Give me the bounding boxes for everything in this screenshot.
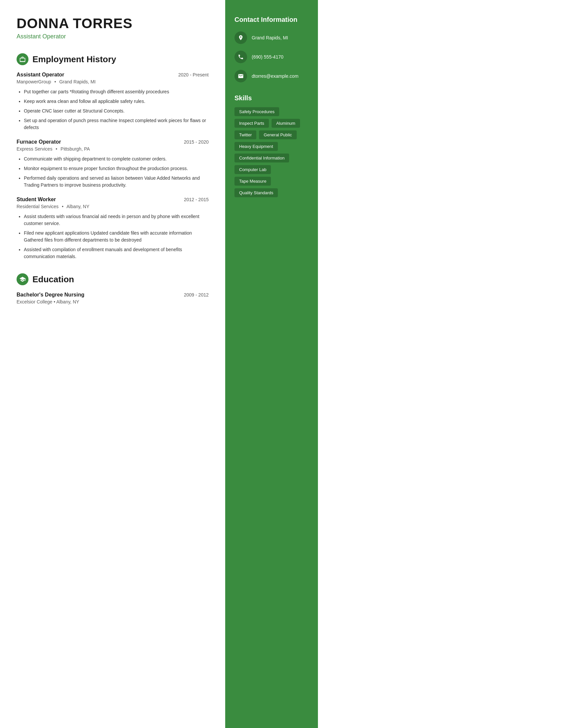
skill-tag: Twitter bbox=[234, 130, 256, 139]
job-2: Furnace Operator 2015 - 2020 Express Ser… bbox=[17, 139, 209, 189]
email-icon bbox=[238, 73, 244, 79]
skills-section-title: Skills bbox=[234, 94, 309, 102]
skill-tag: Confidential Information bbox=[234, 154, 289, 162]
job-1-bullets: Put together car parts *Rotating through… bbox=[17, 88, 209, 131]
contact-section-title: Contact Information bbox=[234, 16, 309, 23]
contact-location: Grand Rapids, MI bbox=[234, 31, 309, 44]
edu-1-dates: 2009 - 2012 bbox=[184, 292, 209, 297]
list-item: Put together car parts *Rotating through… bbox=[24, 88, 209, 95]
job-1-company: ManpowerGroup bbox=[17, 79, 51, 84]
job-1: Assistant Operator 2020 - Present Manpow… bbox=[17, 72, 209, 131]
phone-icon bbox=[238, 54, 244, 60]
education-title: Education bbox=[32, 274, 74, 285]
location-icon bbox=[238, 35, 244, 41]
job-3-dates: 2012 - 2015 bbox=[184, 197, 209, 202]
education-section: Education Bachelor's Degree Nursing 2009… bbox=[17, 273, 209, 304]
job-1-location: Grand Rapids, MI bbox=[59, 79, 96, 84]
job-3-location: Albany, NY bbox=[67, 204, 89, 209]
employment-section: Employment History Assistant Operator 20… bbox=[17, 53, 209, 260]
edu-1-school: Excelsior College bbox=[17, 299, 52, 304]
edu-1-degree: Bachelor's Degree Nursing bbox=[17, 292, 84, 298]
job-1-header: Assistant Operator 2020 - Present bbox=[17, 72, 209, 78]
list-item: Communicate with shipping department to … bbox=[24, 156, 209, 162]
job-1-title: Assistant Operator bbox=[17, 72, 64, 78]
job-3-meta: Residential Services • Albany, NY bbox=[17, 204, 209, 209]
phone-icon-wrapper bbox=[234, 51, 247, 63]
job-2-meta: Express Services • Pittsburgh, PA bbox=[17, 146, 209, 152]
job-1-meta: ManpowerGroup • Grand Rapids, MI bbox=[17, 79, 209, 84]
job-2-dates: 2015 - 2020 bbox=[184, 139, 209, 145]
skill-tag: Heavy Equipment bbox=[234, 142, 278, 151]
job-1-dates: 2020 - Present bbox=[178, 72, 209, 77]
skills-section: Skills Safety ProceduresInspect PartsAlu… bbox=[234, 94, 309, 197]
employment-icon bbox=[17, 53, 28, 65]
contact-email: dtorres@example.com bbox=[234, 70, 309, 82]
resume-header: DONNA TORRES Assistant Operator bbox=[17, 16, 209, 40]
job-2-company: Express Services bbox=[17, 146, 52, 152]
main-content: DONNA TORRES Assistant Operator Employme… bbox=[0, 0, 225, 728]
job-2-header: Furnace Operator 2015 - 2020 bbox=[17, 139, 209, 145]
job-3-company: Residential Services bbox=[17, 204, 59, 209]
list-item: Keep work area clean and follow all appl… bbox=[24, 98, 209, 105]
contact-phone-text: (690) 555-4170 bbox=[252, 54, 284, 60]
candidate-title: Assistant Operator bbox=[17, 33, 209, 40]
skill-tag: Aluminum bbox=[271, 119, 300, 128]
briefcase-icon bbox=[19, 56, 26, 63]
job-2-title: Furnace Operator bbox=[17, 139, 61, 145]
location-icon-wrapper bbox=[234, 31, 247, 44]
sidebar: Contact Information Grand Rapids, MI (69… bbox=[225, 0, 318, 728]
employment-title: Employment History bbox=[32, 54, 116, 65]
skill-tag: Quality Standards bbox=[234, 188, 278, 197]
list-item: Operate CNC laser cutter at Structural C… bbox=[24, 108, 209, 114]
skill-tag: Inspect Parts bbox=[234, 119, 269, 128]
list-item: Monitor equipment to ensure proper funct… bbox=[24, 165, 209, 172]
list-item: Assist students with various financial a… bbox=[24, 213, 209, 227]
candidate-name: DONNA TORRES bbox=[17, 16, 209, 31]
contact-section: Contact Information Grand Rapids, MI (69… bbox=[234, 16, 309, 82]
job-3-header: Student Worker 2012 - 2015 bbox=[17, 197, 209, 203]
employment-section-header: Employment History bbox=[17, 53, 209, 65]
job-2-location: Pittsburgh, PA bbox=[61, 146, 90, 152]
job-2-bullets: Communicate with shipping department to … bbox=[17, 156, 209, 189]
contact-phone: (690) 555-4170 bbox=[234, 51, 309, 63]
skill-tag: Tape Measure bbox=[234, 177, 271, 186]
skill-tag: Safety Procedures bbox=[234, 107, 279, 116]
edu-1-meta: Excelsior College • Albany, NY bbox=[17, 299, 209, 304]
skill-tag: General Public bbox=[259, 130, 297, 139]
contact-email-text: dtorres@example.com bbox=[252, 73, 299, 79]
list-item: Filed new applicant applications Updated… bbox=[24, 230, 209, 244]
skills-list: Safety ProceduresInspect PartsAluminumTw… bbox=[234, 107, 309, 197]
edu-1-location: Albany, NY bbox=[56, 299, 79, 304]
graduation-icon bbox=[19, 276, 26, 283]
edu-1-header: Bachelor's Degree Nursing 2009 - 2012 bbox=[17, 292, 209, 298]
contact-location-text: Grand Rapids, MI bbox=[252, 35, 288, 40]
list-item: Performed daily operations and served as… bbox=[24, 175, 209, 189]
list-item: Assisted with compilation of enrollment … bbox=[24, 246, 209, 260]
education-icon bbox=[17, 273, 28, 285]
job-3: Student Worker 2012 - 2015 Residential S… bbox=[17, 197, 209, 260]
list-item: Set up and operation of punch press mach… bbox=[24, 117, 209, 131]
education-section-header: Education bbox=[17, 273, 209, 285]
job-3-title: Student Worker bbox=[17, 197, 56, 203]
job-3-bullets: Assist students with various financial a… bbox=[17, 213, 209, 260]
email-icon-wrapper bbox=[234, 70, 247, 82]
skill-tag: Computer Lab bbox=[234, 165, 271, 174]
edu-entry-1: Bachelor's Degree Nursing 2009 - 2012 Ex… bbox=[17, 292, 209, 304]
